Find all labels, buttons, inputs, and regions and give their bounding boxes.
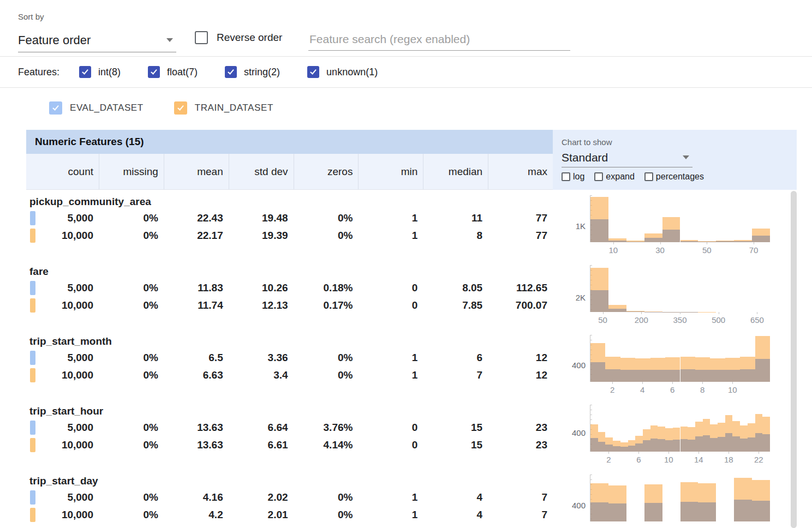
y-axis-tick-label: 400 [553, 361, 586, 370]
column-header: std dev [229, 154, 294, 189]
stat-cell: 0% [99, 230, 164, 242]
chart-to-show-label: Chart to show [562, 137, 797, 147]
stat-cell: 11.74 [164, 299, 229, 311]
histogram-bar-eval [732, 436, 740, 452]
x-axis-tick-label: 6 [670, 385, 674, 394]
stat-row-train: 10,0000%22.1719.390%1877 [26, 227, 553, 244]
sort-by-value: Feature order [18, 33, 91, 47]
dataset-marker-icon [30, 351, 35, 365]
feature-block: trip_start_day5,0000%4.162.020%14710,000… [26, 469, 797, 528]
toolbar: Sort by Feature order Reverse order [0, 0, 812, 57]
dataset-checkbox[interactable] [49, 101, 62, 115]
feature-type-filter[interactable]: unknown(1) [307, 66, 378, 78]
stat-cell: 10.26 [229, 282, 294, 294]
feature-name: pickup_community_area [26, 194, 553, 209]
stat-cell: 6.61 [229, 439, 294, 451]
histogram-bar-eval [628, 446, 636, 452]
chart-option-log[interactable]: log [562, 172, 584, 182]
checked-checkbox[interactable] [307, 66, 319, 78]
panel-header: Numeric Features (15) countmissingmeanst… [26, 130, 797, 190]
chart-options: logexpandpercentages [562, 172, 797, 182]
histogram-bar-eval [635, 370, 650, 382]
histogram-plot [590, 475, 770, 521]
checked-checkbox[interactable] [225, 66, 237, 78]
x-axis-tick-label: 22 [754, 455, 763, 464]
chart-type-select[interactable]: Standard [562, 148, 692, 167]
x-axis-tick-icon [719, 312, 719, 314]
histogram-bar-eval [608, 503, 626, 521]
column-header: max [488, 154, 553, 189]
reverse-order-checkbox[interactable] [195, 31, 208, 44]
feature-type-filter[interactable]: float(7) [148, 66, 198, 78]
checkmark-icon [177, 104, 184, 110]
facets-overview: Sort by Feature order Reverse order Feat… [0, 0, 812, 118]
stat-row-train: 10,0000%4.22.010%147 [26, 506, 553, 524]
histogram-bar-eval [755, 359, 770, 382]
histogram-bar-eval [590, 219, 608, 242]
x-axis-tick-icon [603, 312, 604, 314]
unchecked-checkbox[interactable] [594, 172, 603, 181]
feature-stats: pickup_community_area5,0000%22.4319.480%… [26, 190, 553, 260]
chart-option-percentages[interactable]: percentages [644, 172, 704, 182]
histogram-bar-eval [665, 370, 680, 382]
histogram-bar-eval [703, 435, 710, 452]
x-axis-tick-label: 8 [700, 385, 704, 394]
features-label: Features: [18, 67, 59, 78]
column-headers: countmissingmeanstd devzerosminmedianmax [26, 154, 553, 190]
numeric-features-panel: Numeric Features (15) countmissingmeanst… [26, 130, 797, 528]
histogram-bar-eval [620, 370, 635, 382]
stat-cell: 0% [294, 369, 359, 381]
y-axis-tick-label: 400 [553, 428, 586, 438]
dataset-toggle-train_dataset[interactable]: TRAIN_DATASET [174, 101, 273, 115]
feature-search [308, 28, 570, 51]
feature-search-input[interactable] [308, 28, 570, 51]
x-axis-tick-label: 2 [610, 385, 614, 394]
unchecked-checkbox[interactable] [562, 172, 570, 181]
x-axis-tick-label: 350 [673, 315, 686, 325]
histogram-bar-eval [626, 242, 644, 242]
stat-cell: 15 [423, 439, 488, 451]
stat-cell: 4 [423, 491, 488, 503]
x-axis-tick-icon [641, 312, 642, 314]
dataset-toggle-eval_dataset[interactable]: EVAL_DATASET [49, 101, 144, 115]
feature-name: fare [26, 264, 553, 279]
x-axis-tick-icon [668, 452, 669, 454]
stat-cell: 5,000 [26, 491, 99, 503]
stat-cell: 4.16 [164, 491, 229, 503]
histogram-bar-eval [734, 241, 752, 242]
stat-cell: 0% [99, 212, 164, 224]
chevron-down-icon [683, 155, 689, 159]
sort-by-select[interactable]: Feature order [18, 28, 176, 52]
histogram-bar-eval [725, 370, 740, 382]
x-axis-tick-label: 10 [609, 245, 618, 255]
histogram-plot [590, 265, 770, 312]
checkmark-icon [228, 68, 234, 74]
x-axis-tick-icon [698, 452, 699, 454]
checked-checkbox[interactable] [148, 66, 160, 78]
reverse-order-toggle[interactable]: Reverse order [195, 31, 282, 44]
checked-checkbox[interactable] [79, 66, 91, 78]
chart-option-expand[interactable]: expand [594, 172, 635, 182]
vertical-scrollbar[interactable] [791, 191, 797, 528]
stat-cell: 0% [99, 509, 164, 521]
stat-row-train: 10,0000%11.7412.130.17%07.85700.07 [26, 297, 553, 314]
dataset-marker-icon [30, 438, 35, 452]
feature-type-filter[interactable]: string(2) [225, 66, 280, 78]
feature-stats: trip_start_month5,0000%6.53.360%161210,0… [26, 329, 553, 399]
stat-cell: 1 [358, 369, 423, 381]
table-header: Numeric Features (15) countmissingmeanst… [26, 130, 553, 190]
dataset-legend: EVAL_DATASETTRAIN_DATASET [0, 98, 812, 118]
x-axis-tick-label: 6 [636, 455, 641, 464]
stat-cell: 7 [488, 491, 553, 503]
x-axis-tick-label: 200 [635, 315, 648, 325]
feature-type-filter[interactable]: int(8) [79, 66, 121, 78]
stat-cell: 22.17 [164, 230, 229, 242]
stat-cell: 0% [99, 491, 164, 503]
x-axis-tick-icon [754, 242, 754, 244]
histogram-bar-eval [718, 437, 725, 452]
dataset-checkbox[interactable] [174, 101, 187, 115]
feature-name: trip_start_hour [26, 404, 553, 419]
feature-histogram: 2K50200350500650 [553, 260, 797, 329]
histogram-bar-eval [752, 501, 770, 521]
unchecked-checkbox[interactable] [644, 172, 653, 181]
